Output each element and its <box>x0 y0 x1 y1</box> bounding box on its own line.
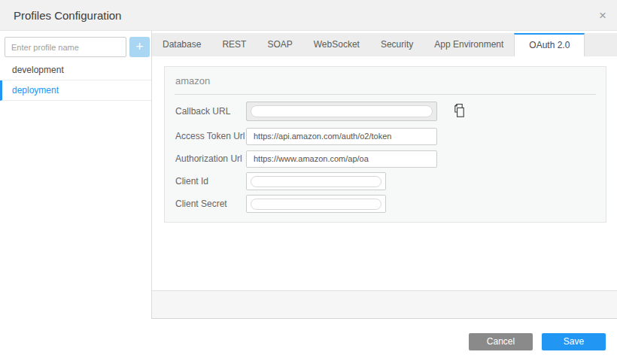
client-secret-input[interactable] <box>246 195 386 213</box>
tab-security[interactable]: Security <box>370 33 424 56</box>
access-token-url-input[interactable] <box>246 128 437 145</box>
panel-footer-strip <box>152 290 617 319</box>
profile-add-row: + <box>0 31 151 60</box>
redacted-value <box>251 105 433 117</box>
redacted-value <box>251 199 381 210</box>
settings-tabstrip: Database REST SOAP WebSocket Security Ap… <box>152 33 617 56</box>
oauth-form: Callback URL <box>165 95 606 213</box>
callback-url-field <box>246 102 437 121</box>
tab-rest[interactable]: REST <box>211 33 257 56</box>
add-profile-button[interactable]: + <box>129 37 150 57</box>
authorization-url-input[interactable] <box>246 150 437 168</box>
client-secret-row: Client Secret <box>175 195 606 213</box>
tab-database[interactable]: Database <box>152 33 211 56</box>
tab-app-environment[interactable]: App Environment <box>424 33 514 56</box>
cancel-button[interactable]: Cancel <box>469 333 533 350</box>
page-title: Profiles Configuration <box>0 9 121 22</box>
tab-oauth-2-0[interactable]: OAuth 2.0 <box>514 33 585 56</box>
profiles-configuration-dialog: Profiles Configuration × + development d… <box>0 0 617 364</box>
close-icon[interactable]: × <box>588 9 617 22</box>
profiles-sidebar: + development deployment <box>0 31 152 319</box>
profile-name-input[interactable] <box>5 37 126 57</box>
authorization-url-label: Authorization Url <box>175 153 246 164</box>
dialog-header: Profiles Configuration × <box>0 0 617 31</box>
provider-name: amazon <box>165 67 606 86</box>
save-button[interactable]: Save <box>542 333 606 350</box>
client-id-label: Client Id <box>175 176 246 187</box>
client-secret-label: Client Secret <box>175 199 246 209</box>
access-token-url-label: Access Token Url <box>175 131 246 141</box>
dialog-body: + development deployment Database REST S… <box>0 31 617 319</box>
client-id-row: Client Id <box>175 172 606 190</box>
redacted-value <box>251 176 381 187</box>
tab-soap[interactable]: SOAP <box>257 33 302 56</box>
sidebar-item-deployment[interactable]: deployment <box>0 80 151 101</box>
copy-icon <box>452 103 466 120</box>
callback-url-row: Callback URL <box>175 102 606 121</box>
tab-websocket[interactable]: WebSocket <box>303 33 370 56</box>
client-id-input[interactable] <box>246 172 386 190</box>
profile-settings-panel: Database REST SOAP WebSocket Security Ap… <box>152 31 617 319</box>
copy-callback-url-button[interactable] <box>452 103 466 120</box>
callback-url-label: Callback URL <box>175 106 246 117</box>
oauth-tab-content: amazon Callback URL <box>152 56 617 290</box>
amazon-oauth-panel: amazon Callback URL <box>164 66 606 223</box>
dialog-footer: Cancel Save <box>0 319 617 364</box>
access-token-url-row: Access Token Url <box>175 127 606 145</box>
sidebar-item-development[interactable]: development <box>0 60 151 80</box>
authorization-url-row: Authorization Url <box>175 150 606 168</box>
